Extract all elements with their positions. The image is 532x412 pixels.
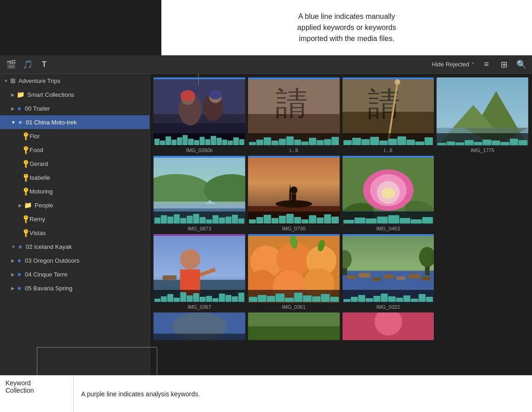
hide-rejected-button[interactable]: Hide Rejected ⌃ <box>432 61 475 68</box>
photo-cell-img9[interactable]: 請 I...9 <box>248 77 340 153</box>
photo-cell-img0260b[interactable]: IMG_0260b <box>154 77 245 153</box>
blue-bar-img0361 <box>248 234 340 236</box>
chevron-right-icon-trailer: ▶ <box>11 106 15 111</box>
photo-label-img0873: IMG_0873 <box>188 226 211 231</box>
sidebar-item-vistas[interactable]: 🔑 Vistas <box>0 226 149 240</box>
blue-bar-img0730 <box>248 156 340 158</box>
photo-cell-img8[interactable]: 請 I...8 <box>343 77 434 153</box>
sidebar-item-04-cinque[interactable]: ▶ ★ 04 Cinque Terre <box>0 267 149 281</box>
movie-clapper-icon[interactable]: 🎬 <box>5 58 18 71</box>
sidebar-item-00-trailer[interactable]: ▶ ★ 00 Trailer <box>0 101 149 115</box>
blue-bar <box>154 77 245 79</box>
sidebar: ▼ ⊞ Adventure Trips ▶ 📁 Smart Collection… <box>0 74 150 412</box>
svg-rect-44 <box>163 276 177 280</box>
waveform-img1775 <box>437 133 528 146</box>
photo-label-img0361: IMG_0361 <box>282 304 305 310</box>
chevron-down-icon: ▼ <box>4 78 8 83</box>
star-icon-bavaria: ★ <box>17 285 22 292</box>
waveform-img0361 <box>248 290 340 303</box>
chevron-up-icon: ⌃ <box>471 62 475 67</box>
svg-rect-26 <box>154 201 245 208</box>
photo-cell-img0367[interactable]: IMG_0367 <box>154 234 245 310</box>
star-icon: ★ <box>17 105 22 112</box>
bottom-annotation: Keyword Collection A purple line indicat… <box>0 375 532 412</box>
photo-grid-container: IMG_0260b 請 <box>150 74 532 412</box>
photo-label-img9: I...9 <box>290 147 298 153</box>
photo-cell-img0361[interactable]: IMG_0361 <box>248 234 340 310</box>
svg-point-7 <box>181 90 195 101</box>
svg-rect-33 <box>291 194 296 204</box>
folder-icon: 📁 <box>17 91 24 98</box>
chevron-right-icon-cinque: ▶ <box>11 272 15 277</box>
waveform-img0873 <box>154 212 245 224</box>
sidebar-item-01-china[interactable]: ▼ ★ 01 China Moto-trek <box>0 115 149 129</box>
title-icon[interactable]: T <box>38 58 51 71</box>
sidebar-item-gerard[interactable]: 🔑 Gerard <box>0 157 149 171</box>
blue-bar-img0453 <box>343 156 434 158</box>
svg-rect-64 <box>396 277 405 280</box>
waveform-img0322 <box>343 290 434 303</box>
folder-icon-people: 📁 <box>24 201 32 209</box>
waveform <box>154 133 245 146</box>
search-icon[interactable]: 🔍 <box>515 59 527 71</box>
photo-cell-img0730[interactable]: IMG_0730 <box>248 156 340 231</box>
photo-label-img1775: IMG_1775 <box>471 147 494 153</box>
svg-rect-62 <box>372 278 380 281</box>
photo-cell-img0322[interactable]: IMG_0322 <box>343 234 434 310</box>
sidebar-item-smart-collections[interactable]: ▶ 📁 Smart Collections <box>0 88 149 101</box>
photo-cell-img0453[interactable]: IMG_0453 <box>343 156 434 231</box>
svg-point-8 <box>209 90 222 100</box>
photo-cell-extra1[interactable] <box>154 312 245 340</box>
svg-rect-74 <box>248 326 340 340</box>
purple-bar-img0367 <box>154 234 245 236</box>
purple-line-label: A purple line indicates analysis keyword… <box>74 376 532 412</box>
star-icon-china: ★ <box>18 119 23 126</box>
blue-bar-img0322 <box>343 234 434 236</box>
sidebar-item-05-bavaria[interactable]: ▶ ★ 05 Bavaria Spring <box>0 281 149 295</box>
filmstrip-icon[interactable]: ⊞ <box>498 59 510 71</box>
sidebar-item-adventure-trips[interactable]: ▼ ⊞ Adventure Trips <box>0 74 149 88</box>
photo-cell-img1775[interactable]: IMG_1775 <box>437 77 528 153</box>
list-view-icon[interactable]: ≡ <box>480 59 492 71</box>
chevron-down-icon-china: ▼ <box>11 120 16 125</box>
photo-label-img0367: IMG_0367 <box>188 304 211 310</box>
blue-bar-img9 <box>248 77 340 79</box>
chevron-down-icon-iceland: ▼ <box>11 244 16 249</box>
chevron-right-icon-people: ▶ <box>18 203 22 208</box>
sidebar-item-people[interactable]: ▶ 📁 People <box>0 198 149 212</box>
sidebar-item-food[interactable]: 🔑 Food <box>0 143 149 157</box>
sidebar-item-remy[interactable]: 🔑 Remy <box>0 212 149 226</box>
chevron-right-icon: ▶ <box>11 92 15 97</box>
waveform-img8 <box>343 133 434 146</box>
svg-rect-66 <box>421 277 430 281</box>
chevron-right-icon-bavaria: ▶ <box>11 286 15 291</box>
callout-line-purple <box>157 347 157 375</box>
sidebar-item-motoring[interactable]: 🔑 Motoring <box>0 184 149 198</box>
sidebar-item-isabelle[interactable]: 🔑 Isabelle <box>0 171 149 184</box>
chevron-right-icon-oregon: ▶ <box>11 258 15 263</box>
photo-grid: IMG_0260b 請 <box>154 77 528 340</box>
svg-point-16 <box>395 79 400 85</box>
svg-point-32 <box>290 187 297 194</box>
star-icon-oregon: ★ <box>17 257 22 264</box>
svg-point-46 <box>180 249 201 270</box>
blue-bar-img8 <box>343 77 434 79</box>
sidebar-item-03-oregon[interactable]: ▶ ★ 03 Oregon Outdoors <box>0 253 149 267</box>
svg-rect-60 <box>347 276 356 279</box>
grid-icon: ⊞ <box>10 77 16 84</box>
svg-rect-61 <box>358 273 370 278</box>
photo-cell-img0873[interactable]: IMG_0873 <box>154 156 245 231</box>
svg-point-38 <box>381 188 395 199</box>
photo-label-img0453: IMG_0453 <box>376 226 400 231</box>
photo-cell-extra3[interactable] <box>343 312 434 340</box>
photo-label-img0322: IMG_0322 <box>376 304 400 310</box>
sidebar-item-flor[interactable]: 🔑 Flor <box>0 129 149 143</box>
music-icon[interactable]: 🎵 <box>21 58 34 71</box>
blue-bar-img0873 <box>154 156 245 158</box>
star-icon-cinque: ★ <box>17 271 22 278</box>
star-icon-iceland: ★ <box>18 243 23 250</box>
photo-label-img0260b: IMG_0260b <box>186 147 213 153</box>
sidebar-item-02-iceland[interactable]: ▼ ★ 02 Iceland Kayak <box>0 240 149 253</box>
callout-line-h <box>37 347 157 347</box>
photo-cell-extra2[interactable] <box>248 312 340 340</box>
